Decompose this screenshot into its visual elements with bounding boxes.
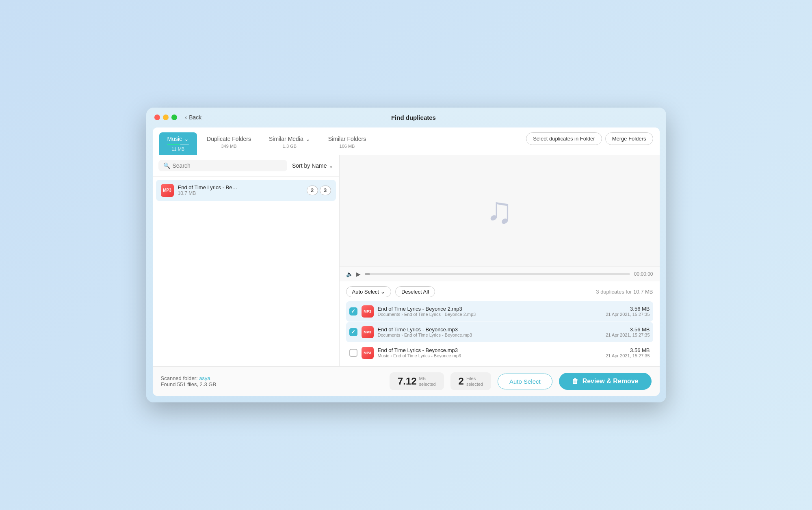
checkmark-icon: ✓ (351, 329, 355, 335)
dup-checkbox-3[interactable] (349, 349, 357, 357)
dup-filename-2: End of Time Lyrics - Beyonce.mp3 (378, 326, 602, 333)
music-note-icon: ♫ (486, 190, 513, 231)
auto-select-dropdown-icon: ⌄ (381, 289, 385, 295)
tabs-left: ➔ Music ⌄ 11 MB Dupli (159, 132, 525, 155)
files-selected-num: 2 (459, 376, 464, 387)
file-badges: 2 3 (307, 186, 331, 195)
search-input[interactable] (173, 162, 282, 169)
search-box: 🔍 (158, 160, 287, 171)
dup-file-icon-1: MP3 (362, 305, 374, 318)
search-icon: 🔍 (163, 162, 170, 169)
tab-music-dropdown-icon: ⌄ (184, 136, 189, 142)
preview-area: ♫ (340, 155, 660, 266)
tab-similar-folders-size: 106 MB (340, 144, 355, 149)
review-remove-button[interactable]: 🗑 Review & Remove (559, 373, 652, 390)
dup-filename-1: End of Time Lyrics - Beyonce 2.mp3 (378, 306, 602, 312)
dup-info-3: End of Time Lyrics - Beyonce.mp3 Music ›… (378, 347, 602, 358)
traffic-lights (154, 115, 177, 120)
merge-folders-button[interactable]: Merge Folders (605, 132, 653, 145)
minimize-button[interactable] (163, 115, 169, 120)
tab-music-progress-fill (167, 144, 180, 145)
dup-list: ✓ MP3 End of Time Lyrics - Beyonce 2.mp3… (346, 301, 653, 363)
dup-checkbox-1[interactable]: ✓ (349, 307, 357, 316)
tab-similar-folders[interactable]: Similar Folders 106 MB (320, 132, 374, 155)
tab-duplicate-folders[interactable]: Duplicate Folders 349 MB (199, 132, 259, 155)
tab-similar-media-label: Similar Media (269, 136, 303, 142)
file-icon-label: MP3 (163, 188, 171, 192)
play-button[interactable]: ▶ (356, 271, 361, 277)
dup-count-text: 3 duplicates for 10.7 MB (596, 289, 653, 295)
dup-filesize-1: 3.56 MB (606, 306, 650, 312)
titlebar: ‹ Back Find duplicates (146, 108, 666, 128)
dup-meta-3: 3.56 MB 21 Apr 2021, 15:27:35 (606, 347, 650, 358)
dup-file-icon-2: MP3 (362, 326, 374, 338)
auto-select-bottom-button[interactable]: Auto Select (498, 374, 552, 389)
file-info: End of Time Lyrics - Be… 10.7 MB (178, 184, 303, 196)
tab-duplicate-folders-label: Duplicate Folders (207, 136, 251, 142)
scan-folder-name: asya (199, 375, 210, 381)
dup-header: Auto Select ⌄ Deselect All 3 duplicates … (346, 286, 653, 297)
scan-label: Scanned folder: (161, 375, 198, 381)
sort-button[interactable]: Sort by Name ⌄ (292, 162, 333, 169)
close-button[interactable] (154, 115, 160, 120)
dup-info-2: End of Time Lyrics - Beyonce.mp3 Documen… (378, 326, 602, 337)
tab-bar: ➔ Music ⌄ 11 MB Dupli (153, 128, 660, 155)
sort-dropdown-icon: ⌄ (329, 162, 333, 169)
dup-item[interactable]: MP3 End of Time Lyrics - Beyonce.mp3 Mus… (346, 343, 653, 363)
tabs-right: Select duplicates in Folder Merge Folder… (526, 132, 653, 150)
files-stats-box: 2 Files selected (450, 372, 491, 391)
tab-similar-folders-label: Similar Folders (328, 136, 366, 142)
tab-duplicate-folders-size: 349 MB (221, 144, 237, 149)
audio-progress-bar[interactable] (365, 273, 630, 275)
dup-item[interactable]: ✓ MP3 End of Time Lyrics - Beyonce.mp3 D… (346, 322, 653, 342)
mb-unit-label: MB selected (419, 376, 436, 387)
file-type-icon: MP3 (161, 184, 174, 197)
dup-filesize-2: 3.56 MB (606, 326, 650, 333)
dup-checkbox-2[interactable]: ✓ (349, 328, 357, 336)
back-button[interactable]: ‹ Back (185, 114, 202, 121)
main-content: ➔ Music ⌄ 11 MB Dupli (153, 128, 660, 396)
tab-music-label: Music (167, 136, 182, 142)
dup-filename-3: End of Time Lyrics - Beyonce.mp3 (378, 347, 602, 353)
dup-item[interactable]: ✓ MP3 End of Time Lyrics - Beyonce 2.mp3… (346, 301, 653, 322)
left-panel: 🔍 Sort by Name ⌄ MP3 End (153, 155, 340, 366)
player-bar: 🔈 ▶ 00:00:00 (340, 266, 660, 281)
badge-total: 3 (320, 186, 331, 195)
tab-similar-media-size: 1.3 GB (283, 144, 297, 149)
file-size: 10.7 MB (178, 190, 303, 196)
dup-file-icon-3: MP3 (362, 347, 374, 359)
found-files-line: Found 551 files, 2.3 GB (161, 381, 383, 387)
search-sort-bar: 🔍 Sort by Name ⌄ (153, 155, 339, 177)
window-title: Find duplicates (206, 114, 620, 121)
chevron-left-icon: ‹ (185, 114, 187, 121)
tab-similar-media[interactable]: Similar Media ⌄ 1.3 GB (261, 132, 318, 155)
play-controls: 🔈 ▶ (346, 271, 361, 277)
dup-meta-1: 3.56 MB 21 Apr 2021, 15:27:35 (606, 306, 650, 317)
duplicates-area: Auto Select ⌄ Deselect All 3 duplicates … (340, 281, 660, 366)
scan-folder-line: Scanned folder: asya (161, 375, 383, 381)
auto-select-button[interactable]: Auto Select ⌄ (346, 286, 392, 297)
files-unit-label: Files selected (466, 376, 483, 387)
tab-music-progress (167, 144, 189, 145)
tab-music[interactable]: Music ⌄ 11 MB (159, 132, 197, 155)
scan-info: Scanned folder: asya Found 551 files, 2.… (161, 375, 383, 387)
tab-similar-media-dropdown-icon: ⌄ (305, 136, 310, 142)
checkmark-icon: ✓ (351, 309, 355, 314)
time-display: 00:00:00 (634, 271, 653, 277)
app-window: ‹ Back Find duplicates ➔ Music ⌄ (146, 108, 666, 403)
dup-meta-2: 3.56 MB 21 Apr 2021, 15:27:35 (606, 326, 650, 337)
file-name: End of Time Lyrics - Be… (178, 184, 303, 190)
dup-path-1: Documents › End of Time Lyrics - Beyonce… (378, 312, 602, 317)
review-label: Review & Remove (582, 378, 639, 385)
trash-icon: 🗑 (572, 378, 578, 385)
maximize-button[interactable] (171, 115, 177, 120)
dup-filesize-3: 3.56 MB (606, 347, 650, 353)
dup-info-1: End of Time Lyrics - Beyonce 2.mp3 Docum… (378, 306, 602, 317)
list-item[interactable]: MP3 End of Time Lyrics - Be… 10.7 MB 2 3 (156, 180, 336, 201)
audio-progress-fill (365, 273, 370, 275)
auto-select-label: Auto Select (352, 289, 379, 295)
volume-icon[interactable]: 🔈 (346, 271, 353, 277)
select-duplicates-button[interactable]: Select duplicates in Folder (526, 132, 602, 145)
mb-selected-num: 7.12 (398, 376, 417, 387)
deselect-all-button[interactable]: Deselect All (395, 286, 435, 297)
